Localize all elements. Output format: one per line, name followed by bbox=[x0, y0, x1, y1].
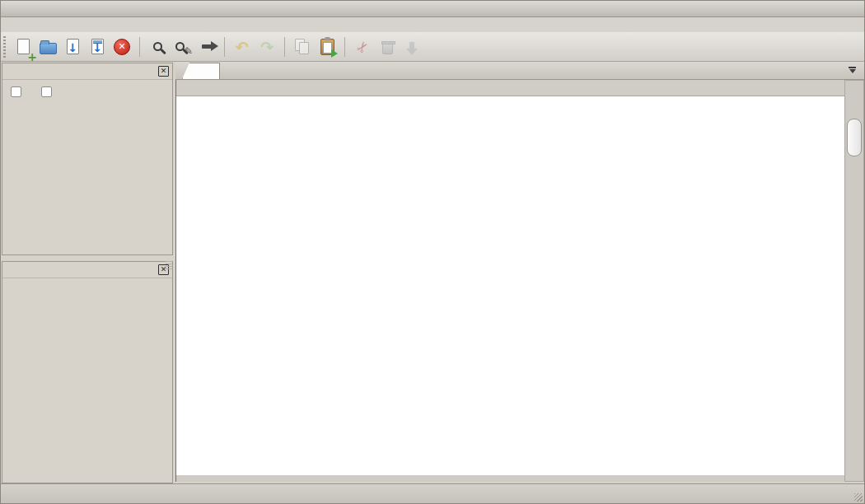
close-icon[interactable]: ✕ bbox=[158, 66, 169, 77]
big-endian-checkbox[interactable] bbox=[41, 86, 52, 97]
hex-header bbox=[176, 80, 844, 96]
hex-rows[interactable] bbox=[176, 96, 844, 475]
delete-icon[interactable] bbox=[376, 36, 398, 58]
info-panel: ✕ bbox=[2, 261, 173, 483]
toolbar-grip[interactable] bbox=[3, 36, 6, 58]
undo-icon[interactable]: ↶ bbox=[231, 36, 253, 58]
data-interpreter-caption: ✕ bbox=[2, 63, 172, 80]
info-panel-caption: ✕ bbox=[2, 262, 172, 278]
toolbar-separator bbox=[284, 37, 285, 57]
copy-icon[interactable] bbox=[292, 36, 313, 58]
redo-icon[interactable]: ↷ bbox=[256, 36, 278, 58]
vertical-scrollbar[interactable] bbox=[844, 80, 864, 482]
data-interpreter-panel: ✕ bbox=[2, 63, 173, 255]
toolbar: + ↓ ↓ ✕ ✎ ↶ ↷ ✂ bbox=[1, 32, 864, 62]
splitter-grip[interactable] bbox=[166, 261, 172, 269]
scrollbar-thumb[interactable] bbox=[847, 119, 862, 156]
cut-icon[interactable]: ✂ bbox=[352, 36, 373, 58]
info-panel-fields bbox=[2, 278, 172, 285]
wxhexeditor-window: { "window": { "title": "wxHexEditor 0.23… bbox=[0, 0, 865, 504]
title-bar bbox=[1, 1, 864, 17]
tab-sdh1[interactable] bbox=[182, 63, 220, 79]
move-down-icon[interactable] bbox=[401, 36, 423, 58]
hex-editor bbox=[175, 80, 844, 482]
status-bar bbox=[1, 483, 864, 503]
find-replace-icon[interactable]: ✎ bbox=[171, 36, 193, 58]
menu-bar bbox=[1, 17, 864, 32]
tab-bar bbox=[175, 62, 864, 80]
save-as-icon[interactable]: ↓ bbox=[86, 36, 108, 58]
tab-list-icon[interactable] bbox=[849, 67, 856, 73]
close-file-icon[interactable]: ✕ bbox=[111, 36, 133, 58]
window-resize-grip[interactable] bbox=[854, 493, 863, 502]
save-icon[interactable]: ↓ bbox=[62, 36, 83, 58]
toolbar-separator bbox=[139, 37, 140, 57]
toolbar-separator bbox=[344, 37, 345, 57]
paste-icon[interactable] bbox=[316, 36, 338, 58]
goto-offset-icon[interactable] bbox=[196, 36, 217, 58]
unsigned-checkbox[interactable] bbox=[11, 86, 21, 97]
toolbar-separator bbox=[224, 37, 225, 57]
new-file-icon[interactable]: + bbox=[12, 36, 34, 58]
open-icon[interactable] bbox=[37, 36, 58, 58]
find-icon[interactable] bbox=[147, 36, 168, 58]
